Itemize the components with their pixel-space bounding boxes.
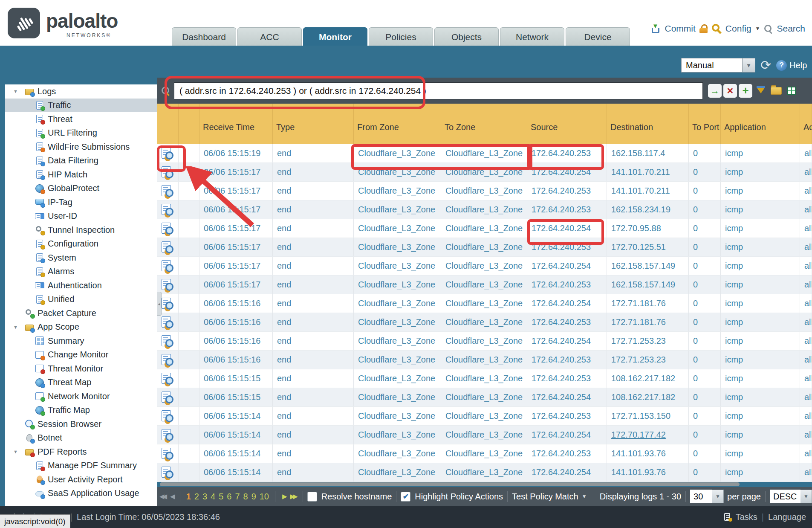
expand-arrow-icon[interactable]: ▼ bbox=[13, 449, 25, 454]
table-row[interactable]: 06/06 15:15:17endCloudflare_L3_ZoneCloud… bbox=[157, 182, 812, 200]
sidebar-item-threat-monitor[interactable]: Threat Monitor bbox=[5, 362, 157, 376]
filter-query-input[interactable] bbox=[174, 82, 703, 99]
tab-policies[interactable]: Policies bbox=[369, 27, 433, 46]
export-csv-button[interactable] bbox=[785, 84, 798, 98]
cell-destination[interactable]: 172.71.153.150 bbox=[607, 407, 689, 425]
horizontal-scrollbar[interactable] bbox=[160, 482, 740, 486]
commit-button[interactable]: Commit bbox=[665, 23, 696, 34]
tab-objects[interactable]: Objects bbox=[434, 27, 499, 46]
sidebar-item-url-filtering[interactable]: URL Filtering bbox=[5, 126, 157, 140]
table-row[interactable]: 06/06 15:15:14endCloudflare_L3_ZoneCloud… bbox=[157, 407, 812, 426]
cell-destination[interactable]: 162.158.117.4 bbox=[607, 144, 689, 162]
column-header-to_zone[interactable]: To Zone bbox=[441, 104, 527, 144]
sidebar-item-user-activity-report[interactable]: User Activity Report bbox=[5, 473, 157, 487]
log-detail-magnifier-icon[interactable] bbox=[162, 354, 173, 366]
refresh-icon[interactable]: ⟳ bbox=[760, 59, 771, 72]
cell-destination[interactable]: 172.71.181.76 bbox=[607, 294, 689, 313]
help-link[interactable]: Help bbox=[789, 61, 807, 70]
cell-destination[interactable]: 141.101.93.76 bbox=[607, 444, 689, 463]
log-detail-magnifier-icon[interactable] bbox=[162, 429, 173, 441]
page-number-8[interactable]: 8 bbox=[243, 492, 248, 502]
refresh-mode-value[interactable]: Manual bbox=[681, 58, 743, 73]
sidebar-item-traffic-map[interactable]: Traffic Map bbox=[5, 403, 157, 418]
table-row[interactable]: 06/06 15:15:15endCloudflare_L3_ZoneCloud… bbox=[157, 369, 812, 388]
log-detail-magnifier-icon[interactable] bbox=[162, 241, 173, 253]
config-icon[interactable] bbox=[711, 23, 722, 34]
tab-monitor[interactable]: Monitor bbox=[303, 27, 367, 46]
test-policy-caret-icon[interactable]: ▼ bbox=[582, 493, 587, 499]
lock-icon[interactable] bbox=[699, 24, 708, 33]
per-page-dropdown-icon[interactable]: ▼ bbox=[712, 490, 724, 503]
column-header-type[interactable]: Type bbox=[273, 104, 354, 144]
cell-destination[interactable]: 162.158.157.149 bbox=[607, 257, 689, 275]
tasks-button[interactable]: Tasks bbox=[736, 512, 757, 522]
sidebar-item-unified[interactable]: Unified bbox=[5, 293, 157, 307]
cell-destination[interactable]: 162.158.157.149 bbox=[607, 276, 689, 294]
table-row[interactable]: 06/06 15:15:15endCloudflare_L3_ZoneCloud… bbox=[157, 388, 812, 407]
table-row[interactable]: 06/06 15:15:17endCloudflare_L3_ZoneCloud… bbox=[157, 200, 812, 219]
log-detail-magnifier-icon[interactable] bbox=[162, 335, 173, 347]
cell-destination[interactable]: 172.70.125.51 bbox=[607, 238, 689, 256]
log-detail-magnifier-icon[interactable] bbox=[162, 279, 173, 291]
tab-device[interactable]: Device bbox=[566, 27, 630, 46]
add-filter-button[interactable]: + bbox=[739, 84, 752, 98]
table-row[interactable]: 06/06 15:15:16endCloudflare_L3_ZoneCloud… bbox=[157, 313, 812, 332]
resolve-hostname-checkbox[interactable] bbox=[307, 492, 317, 502]
next-page-button[interactable]: ▶ bbox=[282, 493, 285, 500]
search-button[interactable]: Search bbox=[777, 23, 805, 34]
table-row[interactable]: 06/06 15:15:16endCloudflare_L3_ZoneCloud… bbox=[157, 294, 812, 313]
sidebar-item-threat-map[interactable]: Threat Map bbox=[5, 376, 157, 390]
refresh-mode-dropdown-icon[interactable]: ▼ bbox=[743, 58, 755, 73]
table-row[interactable]: 06/06 15:15:14endCloudflare_L3_ZoneCloud… bbox=[157, 444, 812, 463]
expand-arrow-icon[interactable]: ▼ bbox=[13, 89, 25, 94]
highlight-policy-actions-checkbox[interactable] bbox=[401, 492, 410, 502]
sidebar-item-summary[interactable]: Summary bbox=[5, 334, 157, 348]
previous-page-button[interactable]: ◀ bbox=[170, 493, 173, 500]
search-icon[interactable] bbox=[764, 24, 773, 33]
column-header-from_zone[interactable]: From Zone bbox=[354, 104, 441, 144]
first-page-button[interactable]: ◀◀ bbox=[159, 493, 165, 500]
table-row[interactable]: 06/06 15:15:17endCloudflare_L3_ZoneCloud… bbox=[157, 238, 812, 257]
column-header-destination[interactable]: Destination bbox=[607, 104, 689, 144]
table-row[interactable]: 06/06 15:15:17endCloudflare_L3_ZoneCloud… bbox=[157, 257, 812, 276]
table-row[interactable]: 06/06 15:15:14endCloudflare_L3_ZoneCloud… bbox=[157, 426, 812, 444]
table-row[interactable]: 06/06 15:15:19endCloudflare_L3_ZoneCloud… bbox=[157, 144, 812, 163]
cell-destination[interactable]: 172.71.253.23 bbox=[607, 332, 689, 350]
sort-order-dropdown-icon[interactable]: ▼ bbox=[800, 490, 812, 503]
log-detail-magnifier-icon[interactable] bbox=[162, 467, 173, 479]
tasks-icon[interactable] bbox=[723, 513, 731, 521]
table-row[interactable]: 06/06 15:15:16endCloudflare_L3_ZoneCloud… bbox=[157, 332, 812, 351]
page-number-5[interactable]: 5 bbox=[219, 492, 223, 502]
log-detail-magnifier-icon[interactable] bbox=[162, 166, 173, 178]
page-number-7[interactable]: 7 bbox=[235, 492, 240, 502]
sidebar-item-threat[interactable]: Threat bbox=[5, 112, 157, 126]
sidebar-item-authentication[interactable]: Authentication bbox=[5, 279, 157, 293]
apply-filter-button[interactable]: → bbox=[708, 84, 722, 98]
log-detail-magnifier-icon[interactable] bbox=[162, 298, 173, 310]
cell-destination[interactable]: 108.162.217.182 bbox=[607, 369, 689, 388]
expand-arrow-icon[interactable]: ▼ bbox=[13, 325, 25, 330]
log-detail-magnifier-icon[interactable] bbox=[162, 185, 173, 197]
cell-destination[interactable]: 172.71.181.76 bbox=[607, 313, 689, 331]
column-header-receive_time[interactable]: Receive Time bbox=[199, 104, 273, 144]
page-number-1[interactable]: 1 bbox=[186, 492, 191, 502]
log-detail-magnifier-icon[interactable] bbox=[162, 223, 173, 235]
log-detail-magnifier-icon[interactable] bbox=[162, 448, 173, 460]
help-icon[interactable]: ? bbox=[776, 60, 787, 71]
cell-destination[interactable]: 172.71.253.23 bbox=[607, 351, 689, 369]
test-policy-match-button[interactable]: Test Policy Match bbox=[512, 492, 578, 502]
table-row[interactable]: 06/06 15:15:17endCloudflare_L3_ZoneCloud… bbox=[157, 219, 812, 238]
refresh-mode-select[interactable]: Manual ▼ bbox=[681, 58, 755, 73]
commit-icon[interactable] bbox=[650, 23, 661, 34]
sidebar-item-tunnel-inspection[interactable]: Tunnel Inspection bbox=[5, 223, 157, 237]
sort-order-select[interactable]: DESC bbox=[770, 490, 800, 503]
log-detail-magnifier-icon[interactable] bbox=[162, 410, 173, 422]
cell-destination[interactable]: 172.70.177.42 bbox=[607, 426, 689, 444]
sidebar-item-user-id[interactable]: User-ID bbox=[5, 209, 157, 223]
config-button[interactable]: Config bbox=[725, 23, 751, 34]
table-row[interactable]: 06/06 15:15:17endCloudflare_L3_ZoneCloud… bbox=[157, 276, 812, 294]
cell-destination[interactable]: 162.158.234.19 bbox=[607, 200, 689, 219]
sidebar-item-hip-match[interactable]: HIP Match bbox=[5, 168, 157, 182]
config-caret-icon[interactable]: ▼ bbox=[755, 26, 760, 32]
sidebar-collapse-handle[interactable]: ◂ bbox=[157, 292, 162, 316]
